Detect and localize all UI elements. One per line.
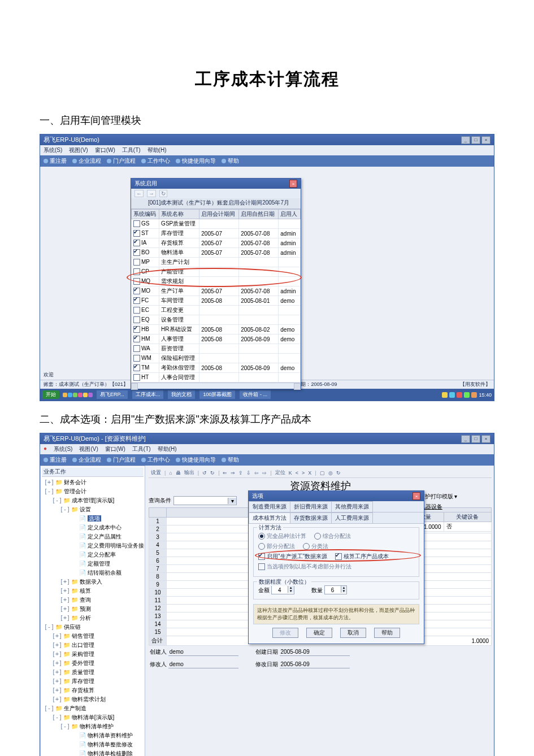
tree-node[interactable]: [+]📁 存货核算	[44, 686, 144, 695]
tree-node[interactable]: [-]📁 物料清单维护	[44, 722, 144, 731]
options-close-button[interactable]: ×	[413, 492, 420, 500]
task-item[interactable]: 易飞ERP...	[96, 390, 128, 399]
tree-node[interactable]: 📄 结转期初余额	[44, 568, 144, 577]
system-row[interactable]: MO生产订单2005-072005-07-08admin	[132, 286, 301, 296]
minimize-button[interactable]: _	[461, 435, 470, 443]
row-checkbox[interactable]	[133, 326, 140, 333]
tree-node[interactable]: [-]📁 生产制造	[44, 704, 144, 713]
tree-node[interactable]: [+]📁 库存管理	[44, 677, 144, 686]
ts-locate[interactable]: 定位	[275, 469, 285, 476]
system-row[interactable]: HT人事合同管理	[132, 373, 301, 383]
ql-icon[interactable]	[73, 393, 77, 397]
tree-node[interactable]: [+]📁 委外管理	[44, 659, 144, 668]
row-checkbox[interactable]	[133, 220, 140, 227]
tray-icon[interactable]	[449, 392, 455, 398]
tree-node[interactable]: 📄 定额管理	[44, 559, 144, 568]
system-table[interactable]: 系统编码 系统名称 启用会计期间 启用自然日期 启用人 GSGSP质量管理ST库…	[131, 209, 301, 383]
radio-partial[interactable]	[258, 543, 265, 550]
row-checkbox[interactable]	[133, 345, 140, 352]
ts-btn[interactable]: ↺	[202, 470, 207, 476]
qty-spin[interactable]: ▲▼	[324, 585, 348, 594]
tree-node[interactable]: [+]📁 质量管理	[44, 668, 144, 677]
row-checkbox[interactable]	[133, 355, 140, 362]
ts-btn[interactable]: ▢	[320, 470, 325, 476]
tree-node[interactable]: [-]📁 管理会计	[44, 487, 144, 496]
tree-node[interactable]: 📄 物料清单检核删除	[44, 749, 144, 756]
row-checkbox[interactable]	[133, 278, 140, 285]
tab-depr-cost[interactable]: 折旧费用来源	[290, 501, 332, 512]
menu-system[interactable]: 系统(S)	[54, 445, 72, 453]
radio-category[interactable]	[303, 543, 310, 550]
tab-mfg-cost[interactable]: 制造费用来源	[249, 501, 290, 512]
system-row[interactable]: MP主生产计划	[132, 258, 301, 267]
system-row[interactable]: EC工程变更	[132, 306, 301, 315]
menu-help[interactable]: 帮助(H)	[158, 445, 177, 453]
ts-btn[interactable]: ⇒	[231, 470, 235, 476]
radio-full[interactable]	[258, 533, 265, 540]
tb-reregister[interactable]: 重注册	[44, 456, 67, 464]
tree-node[interactable]: [+]📁 查询	[44, 596, 144, 605]
ql-icon[interactable]	[88, 393, 93, 397]
tb-flow[interactable]: 企业流程	[72, 157, 101, 165]
tab-other-cost[interactable]: 其他费用来源	[331, 501, 373, 512]
ts-btn[interactable]: ⌂	[169, 470, 172, 476]
tree-node[interactable]: [-]📁 供应链	[44, 623, 144, 632]
task-item[interactable]: 工序成本...	[132, 390, 164, 399]
system-row[interactable]: WM保险福利管理	[132, 354, 301, 363]
tree-node[interactable]: [+]📁 物料需求计划	[44, 695, 144, 704]
row-checkbox[interactable]	[133, 268, 140, 275]
ql-icon[interactable]	[78, 393, 83, 397]
ts-btn[interactable]: 🖶	[176, 470, 181, 476]
tray-icon[interactable]	[471, 392, 477, 398]
ts-setup[interactable]: 设置	[151, 469, 161, 476]
tree-node[interactable]: [+]📁 预测	[44, 605, 144, 614]
tree-node[interactable]: 📄 定义成本中心	[44, 523, 144, 532]
ql-icon[interactable]	[63, 393, 67, 397]
tray-icon[interactable]	[457, 392, 462, 398]
system-row[interactable]: WA薪资管理	[132, 344, 301, 354]
btn-modify[interactable]: 修改	[272, 628, 298, 638]
tb-help[interactable]: 帮助	[222, 157, 239, 165]
minimize-button[interactable]: _	[461, 136, 470, 144]
tree-node[interactable]: 📄 定义产品属性	[44, 532, 144, 541]
btn-ok[interactable]: 确定	[306, 628, 332, 638]
task-item[interactable]: 收件箱 - ...	[239, 390, 271, 399]
tree-node[interactable]: 📄 定义分配率	[44, 550, 144, 559]
tree-node[interactable]: 📄 物料清单资料维护	[44, 731, 144, 740]
tb-help[interactable]: 帮助	[222, 456, 239, 464]
tb-portal[interactable]: 门户流程	[107, 456, 136, 464]
chk-process-cost[interactable]	[335, 553, 342, 560]
tb-reregister[interactable]: 重注册	[44, 157, 67, 165]
tray-icon[interactable]	[464, 392, 470, 398]
ts-btn[interactable]: >	[302, 470, 305, 476]
tree-node[interactable]: [+]📁 销售管理	[44, 632, 144, 641]
menu-window[interactable]: 窗口(W)	[105, 445, 125, 453]
tb-portal[interactable]: 门户流程	[107, 157, 136, 165]
system-row[interactable]: ST库存管理2005-072005-07-08admin	[132, 229, 301, 238]
btn-cancel[interactable]: 取消	[340, 628, 366, 638]
menu-tools[interactable]: 工具(T)	[132, 445, 151, 453]
dlg-tool-forward[interactable]: →	[147, 190, 156, 197]
system-row[interactable]: EQ设备管理	[132, 315, 301, 325]
tree-node[interactable]: 📄 物料清单整批修改	[44, 740, 144, 749]
scroll-arrow-left[interactable]	[131, 383, 138, 390]
amount-spin[interactable]: ▲▼	[271, 585, 294, 594]
menu-view[interactable]: 视图(V)	[69, 146, 88, 154]
menu-view[interactable]: 视图(V)	[79, 445, 98, 453]
row-checkbox[interactable]	[133, 240, 140, 246]
ql-icon[interactable]	[83, 393, 88, 397]
ts-output[interactable]: 输出	[184, 469, 194, 476]
system-row[interactable]: CP产能管理	[132, 267, 301, 277]
tree-node[interactable]: [+]📁 出口管理	[44, 641, 144, 650]
row-checkbox[interactable]	[133, 336, 140, 342]
close-button[interactable]: ×	[481, 435, 490, 443]
tree-node[interactable]: [-]📁 成本管理[演示版]	[44, 496, 144, 505]
tb-flow[interactable]: 企业流程	[72, 456, 101, 464]
ts-btn[interactable]: ⇦	[254, 470, 259, 476]
ts-btn[interactable]: ⇩	[246, 470, 251, 476]
row-checkbox[interactable]	[133, 364, 140, 371]
row-checkbox[interactable]	[133, 297, 140, 304]
system-row[interactable]: HM人事管理2005-082005-08-09demo	[132, 334, 301, 344]
row-checkbox[interactable]	[133, 288, 140, 294]
menu-window[interactable]: 窗口(W)	[95, 146, 115, 154]
